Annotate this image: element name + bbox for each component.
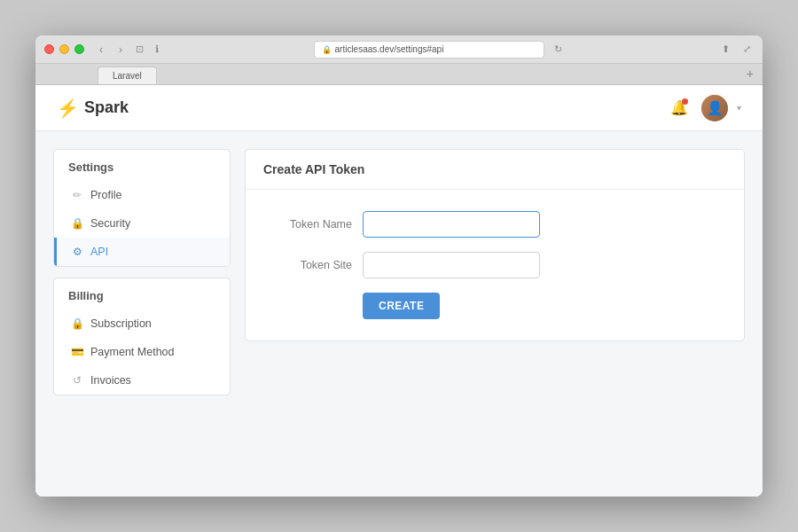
browser-controls-right: ⬆ ⤢ (715, 43, 754, 57)
invoices-icon: ↺ (71, 374, 83, 387)
share-button[interactable]: ⬆ (718, 43, 732, 57)
sidebar-item-payment-method[interactable]: 💳 Payment Method (54, 338, 230, 366)
browser-tab-bar: Laravel + (35, 64, 763, 85)
app-body: Settings ✏ Profile 🔒 Security ⚙ API (35, 131, 763, 413)
new-tab-button[interactable]: + (747, 66, 754, 81)
invoices-label: Invoices (90, 374, 131, 387)
back-button[interactable]: ‹ (93, 42, 109, 58)
token-name-label: Token Name (263, 218, 352, 231)
close-traffic-light[interactable] (44, 44, 54, 54)
fullscreen-button[interactable]: ⤢ (739, 43, 754, 57)
card-body: Token Name Token Site CREATE (246, 190, 744, 340)
browser-content: ⚡ Spark 🔔 👤 ▾ Settings (35, 85, 763, 497)
create-api-token-card: Create API Token Token Name Token Site C… (245, 149, 745, 341)
sidebar-item-api[interactable]: ⚙ API (54, 238, 230, 266)
minimize-traffic-light[interactable] (59, 44, 69, 54)
sidebar-billing-section: Billing 🔒 Subscription 💳 Payment Method … (53, 278, 231, 395)
token-site-group: Token Site (263, 252, 726, 278)
brand: ⚡ Spark (57, 98, 129, 119)
user-menu-caret[interactable]: ▾ (737, 103, 741, 113)
billing-section-title: Billing (54, 278, 230, 309)
active-tab[interactable]: Laravel (98, 66, 157, 84)
nav-buttons: ‹ › (93, 42, 129, 58)
url-text: articlesaas.dev/settings#api (335, 44, 444, 54)
payment-icon: 💳 (71, 346, 83, 358)
app-navbar: ⚡ Spark 🔔 👤 ▾ (35, 85, 763, 131)
tab-title: Laravel (113, 71, 142, 81)
sidebar: Settings ✏ Profile 🔒 Security ⚙ API (53, 149, 231, 395)
brand-icon: ⚡ (57, 98, 79, 119)
token-site-input[interactable] (363, 252, 540, 278)
token-name-group: Token Name (263, 211, 726, 238)
info-button[interactable]: ℹ (150, 43, 164, 57)
sidebar-settings-section: Settings ✏ Profile 🔒 Security ⚙ API (53, 149, 231, 267)
main-content: Create API Token Token Name Token Site C… (245, 149, 745, 395)
security-label: Security (90, 217, 130, 230)
token-site-label: Token Site (263, 259, 352, 271)
navbar-right: 🔔 👤 ▾ (666, 95, 741, 121)
notifications-button[interactable]: 🔔 (666, 95, 692, 121)
browser-titlebar: ‹ › ⊡ ℹ 🔒 articlesaas.dev/settings#api ↻… (35, 35, 763, 64)
brand-name: Spark (84, 98, 129, 117)
card-title: Create API Token (246, 150, 744, 190)
traffic-lights (44, 44, 84, 54)
browser-window: ‹ › ⊡ ℹ 🔒 articlesaas.dev/settings#api ↻… (35, 35, 763, 497)
settings-section-title: Settings (54, 150, 230, 181)
forward-button[interactable]: › (113, 42, 129, 58)
subscription-icon: 🔒 (71, 317, 83, 330)
avatar[interactable]: 👤 (701, 95, 728, 121)
reload-button[interactable]: ↻ (552, 43, 566, 57)
maximize-traffic-light[interactable] (74, 44, 84, 54)
notification-badge (682, 98, 688, 105)
sidebar-item-subscription[interactable]: 🔒 Subscription (54, 309, 230, 338)
token-name-input[interactable] (363, 211, 540, 238)
api-label: API (90, 246, 108, 258)
reader-button[interactable]: ⊡ (132, 43, 146, 57)
profile-label: Profile (90, 189, 121, 201)
subscription-label: Subscription (90, 317, 152, 330)
address-bar-area: 🔒 articlesaas.dev/settings#api ↻ (164, 41, 715, 59)
lock-icon: 🔒 (322, 45, 332, 54)
form-actions: CREATE (263, 293, 726, 319)
api-icon: ⚙ (71, 246, 83, 258)
address-bar[interactable]: 🔒 articlesaas.dev/settings#api (314, 41, 544, 59)
profile-icon: ✏ (71, 189, 83, 201)
sidebar-item-security[interactable]: 🔒 Security (54, 209, 230, 238)
payment-method-label: Payment Method (90, 346, 175, 358)
sidebar-item-invoices[interactable]: ↺ Invoices (54, 366, 230, 395)
avatar-image: 👤 (701, 95, 728, 121)
security-icon: 🔒 (71, 217, 83, 230)
create-button[interactable]: CREATE (363, 293, 440, 319)
sidebar-item-profile[interactable]: ✏ Profile (54, 181, 230, 209)
